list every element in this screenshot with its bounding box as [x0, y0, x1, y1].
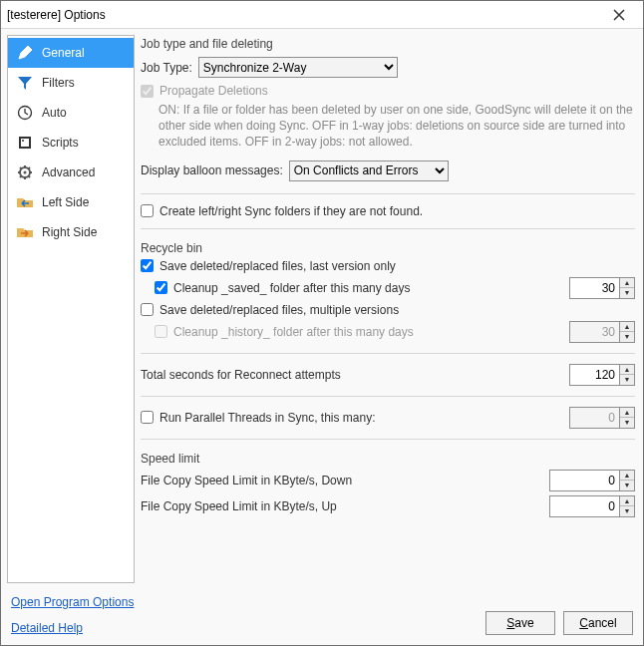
spin-up-icon: ▲ — [620, 408, 634, 418]
parallel-threads-value — [569, 407, 619, 429]
close-icon[interactable] — [613, 9, 637, 21]
cleanup-saved-value[interactable] — [569, 277, 619, 299]
balloon-select[interactable]: On Conflicts and Errors — [289, 161, 449, 181]
sidebar-item-general[interactable]: General — [8, 38, 134, 68]
spin-down-icon: ▼ — [620, 332, 634, 342]
dialog-body: General Filters Auto Scripts — [1, 29, 643, 589]
cleanup-history-value — [569, 321, 619, 343]
cleanup-saved-input[interactable] — [155, 281, 167, 294]
job-type-label: Job Type: — [141, 61, 192, 75]
cleanup-history-spinner: ▲▼ — [569, 321, 635, 343]
propagate-deletions-desc: ON: If a file or folder has been deleted… — [159, 102, 635, 151]
sidebar-item-left-side[interactable]: Left Side — [8, 187, 134, 217]
sidebar-item-filters[interactable]: Filters — [8, 68, 134, 98]
recycle-bin-title: Recycle bin — [141, 241, 635, 255]
save-button-rest: ave — [514, 616, 533, 630]
speed-up-label: File Copy Speed Limit in KByte/s, Up — [141, 499, 549, 513]
spin-up-icon[interactable]: ▲ — [620, 471, 634, 481]
reconnect-value[interactable] — [569, 364, 619, 386]
speed-up-spinner[interactable]: ▲▼ — [549, 495, 635, 517]
sidebar-item-label: Right Side — [42, 225, 97, 239]
spin-down-icon[interactable]: ▼ — [620, 288, 634, 298]
save-multi-version-input[interactable] — [141, 303, 154, 316]
pencil-icon — [16, 44, 34, 62]
cleanup-history-checkbox: Cleanup _history_ folder after this many… — [155, 325, 569, 339]
save-last-version-checkbox[interactable]: Save deleted/replaced files, last versio… — [141, 259, 635, 273]
sidebar: General Filters Auto Scripts — [7, 35, 135, 583]
spin-down-icon[interactable]: ▼ — [620, 481, 634, 490]
svg-point-5 — [24, 171, 27, 174]
sidebar-item-label: Left Side — [42, 195, 89, 209]
sidebar-item-label: Filters — [42, 76, 75, 90]
sidebar-item-right-side[interactable]: Right Side — [8, 217, 134, 247]
clock-icon — [16, 104, 34, 122]
sidebar-item-advanced[interactable]: Advanced — [8, 158, 134, 187]
cleanup-saved-checkbox[interactable]: Cleanup _saved_ folder after this many d… — [155, 281, 569, 295]
svg-rect-2 — [21, 139, 29, 147]
folder-left-icon — [16, 193, 34, 211]
sidebar-item-label: Scripts — [42, 136, 79, 150]
create-folders-input[interactable] — [141, 204, 154, 217]
section-job-type-title: Job type and file deleting — [141, 37, 635, 51]
speed-up-value[interactable] — [549, 495, 619, 517]
svg-point-3 — [22, 140, 24, 142]
parallel-threads-checkbox[interactable]: Run Parallel Threads in Sync, this many: — [141, 411, 569, 425]
spin-down-icon[interactable]: ▼ — [620, 375, 634, 385]
dialog-footer: Open Program Options Detailed Help Save … — [1, 589, 643, 645]
general-panel: Job type and file deleting Job Type: Syn… — [141, 35, 637, 583]
separator — [141, 228, 635, 229]
spin-up-icon[interactable]: ▲ — [620, 496, 634, 506]
job-type-select[interactable]: Synchronize 2-Way — [198, 57, 398, 78]
titlebar: [testerere] Options — [1, 1, 643, 29]
parallel-threads-spinner: ▲▼ — [569, 407, 635, 429]
gear-icon — [16, 163, 34, 181]
cleanup-saved-spinner[interactable]: ▲▼ — [569, 277, 635, 299]
separator — [141, 396, 635, 397]
sidebar-item-label: Auto — [42, 106, 67, 120]
save-multi-version-checkbox[interactable]: Save deleted/replaced files, multiple ve… — [141, 303, 635, 317]
propagate-deletions-input — [141, 85, 154, 98]
create-folders-checkbox[interactable]: Create left/right Sync folders if they a… — [141, 204, 635, 218]
funnel-icon — [16, 74, 34, 92]
sidebar-item-scripts[interactable]: Scripts — [8, 128, 134, 158]
sidebar-item-auto[interactable]: Auto — [8, 98, 134, 128]
sidebar-item-label: General — [42, 46, 85, 60]
note-icon — [16, 134, 34, 152]
spin-down-icon: ▼ — [620, 418, 634, 428]
spin-down-icon[interactable]: ▼ — [620, 506, 634, 516]
window-title: [testerere] Options — [7, 8, 613, 22]
separator — [141, 353, 635, 354]
propagate-deletions-checkbox: Propagate Deletions — [141, 84, 635, 98]
separator — [141, 193, 635, 194]
speed-down-spinner[interactable]: ▲▼ — [549, 470, 635, 491]
spin-up-icon[interactable]: ▲ — [620, 278, 634, 288]
cancel-button[interactable]: Cancel — [563, 611, 633, 635]
separator — [141, 439, 635, 440]
spin-up-icon[interactable]: ▲ — [620, 365, 634, 375]
balloon-label: Display balloon messages: — [141, 163, 283, 177]
options-dialog: [testerere] Options General Filters — [0, 0, 644, 646]
sidebar-item-label: Advanced — [42, 165, 95, 179]
cleanup-history-input — [155, 325, 167, 338]
spin-up-icon: ▲ — [620, 322, 634, 332]
cancel-button-rest: ancel — [588, 616, 617, 630]
open-program-options-link[interactable]: Open Program Options — [11, 595, 134, 609]
parallel-threads-input[interactable] — [141, 411, 154, 424]
folder-right-icon — [16, 223, 34, 241]
reconnect-spinner[interactable]: ▲▼ — [569, 364, 635, 386]
reconnect-label: Total seconds for Reconnect attempts — [141, 368, 569, 382]
save-button[interactable]: Save — [485, 611, 555, 635]
speed-down-label: File Copy Speed Limit in KByte/s, Down — [141, 474, 549, 487]
speed-down-value[interactable] — [549, 470, 619, 491]
detailed-help-link[interactable]: Detailed Help — [11, 621, 134, 635]
save-last-version-input[interactable] — [141, 259, 154, 272]
speed-limit-title: Speed limit — [141, 452, 635, 466]
